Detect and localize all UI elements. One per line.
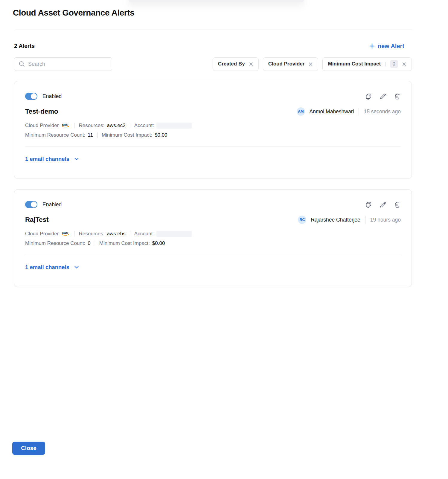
alerts-header: 2 Alerts new Alert xyxy=(14,41,412,51)
chip-separator: | xyxy=(385,61,386,67)
close-icon[interactable] xyxy=(308,62,313,66)
plus-icon xyxy=(369,43,375,49)
min-resource-count-value: 0 xyxy=(88,240,90,246)
close-icon[interactable] xyxy=(249,62,253,66)
meta-separator xyxy=(130,123,130,128)
card-divider xyxy=(25,147,401,147)
author-divider xyxy=(359,108,359,115)
filter-chip-label: Minimum Cost Impact xyxy=(328,61,381,67)
enabled-toggle-group: Enabled xyxy=(25,93,62,100)
enabled-label: Enabled xyxy=(42,93,62,100)
avatar: AM xyxy=(297,107,305,116)
edit-icon[interactable] xyxy=(380,201,386,208)
account-value-redacted xyxy=(156,123,192,129)
card-divider xyxy=(25,255,401,255)
meta-separator xyxy=(95,241,95,246)
meta-separator xyxy=(97,132,97,138)
page-title: Cloud Asset Governance Alerts xyxy=(13,8,134,18)
alert-card: Enabled Test-demo AM Anmol Maheshwari 15… xyxy=(14,81,412,179)
aws-icon: aws xyxy=(62,231,70,238)
controls-row: Created By Cloud Provider Minimum Cost I… xyxy=(14,57,412,71)
cloud-provider-label: Cloud Provider xyxy=(25,231,59,237)
resources-label: Resources: xyxy=(79,123,104,129)
updated-timestamp: 15 seconds ago xyxy=(364,109,401,115)
meta-separator xyxy=(130,231,130,237)
filter-chips: Created By Cloud Provider Minimum Cost I… xyxy=(213,57,412,71)
filter-chip-min-cost-impact[interactable]: Minimum Cost Impact | 0 xyxy=(322,57,412,71)
meta-line-thresholds: Minimum Resource Count: 11 Minimum Cost … xyxy=(25,132,401,138)
avatar: RC xyxy=(298,216,306,224)
chevron-down-icon xyxy=(74,156,79,162)
meta-separator xyxy=(74,231,74,237)
author-info: AM Anmol Maheshwari 15 seconds ago xyxy=(297,107,401,116)
filter-chip-label: Cloud Provider xyxy=(268,61,305,67)
search-box[interactable] xyxy=(14,57,112,71)
svg-text:aws: aws xyxy=(62,231,68,234)
min-cost-impact-value: $0.00 xyxy=(155,132,167,138)
min-cost-impact-value: $0.00 xyxy=(152,240,165,246)
email-channels-toggle[interactable]: 1 email channels xyxy=(25,264,79,271)
enabled-label: Enabled xyxy=(42,202,62,208)
filter-chip-label: Created By xyxy=(218,61,245,67)
email-channels-toggle[interactable]: 1 email channels xyxy=(25,156,79,162)
alert-card: Enabled RajTest RC Rajarshee Chatterjee … xyxy=(14,189,412,287)
author-info: RC Rajarshee Chatterjee 19 hours ago xyxy=(298,216,401,224)
meta-line-thresholds: Minimum Resource Count: 0 Minimum Cost I… xyxy=(25,240,401,246)
close-icon[interactable] xyxy=(402,62,406,66)
title-divider xyxy=(15,29,412,29)
card-name-row: Test-demo AM Anmol Maheshwari 15 seconds… xyxy=(25,107,401,116)
min-resource-count-label: Minimum Resource Count: xyxy=(25,240,85,246)
author-name: Rajarshee Chatterjee xyxy=(311,217,360,223)
new-alert-label: new Alert xyxy=(378,43,404,50)
close-button[interactable]: Close xyxy=(12,442,45,455)
resources-value: aws.ec2 xyxy=(107,123,125,129)
enabled-toggle[interactable] xyxy=(25,93,37,100)
min-cost-impact-label: Minimum Cost Impact: xyxy=(102,132,152,138)
edit-icon[interactable] xyxy=(380,93,386,100)
author-name: Anmol Maheshwari xyxy=(310,109,354,115)
enabled-toggle[interactable] xyxy=(25,201,37,208)
card-top-row: Enabled xyxy=(25,201,401,208)
card-name-row: RajTest RC Rajarshee Chatterjee 19 hours… xyxy=(25,216,401,224)
filter-chip-value-badge: 0 xyxy=(390,60,398,68)
alerts-count: 2 Alerts xyxy=(14,43,35,49)
email-channels-label: 1 email channels xyxy=(25,264,69,271)
min-resource-count-label: Minimum Resource Count: xyxy=(25,132,85,138)
alert-name: RajTest xyxy=(25,216,48,224)
account-label: Account: xyxy=(134,231,154,237)
search-icon xyxy=(19,61,25,67)
delete-icon[interactable] xyxy=(394,93,401,100)
delete-icon[interactable] xyxy=(394,201,401,208)
alert-name: Test-demo xyxy=(25,108,58,115)
email-channels-label: 1 email channels xyxy=(25,156,69,162)
meta-line-provider: Cloud Provider aws Resources: aws.ec2 Ac… xyxy=(25,122,401,129)
filter-chip-cloud-provider[interactable]: Cloud Provider xyxy=(263,57,319,71)
meta-line-provider: Cloud Provider aws Resources: aws.ebs Ac… xyxy=(25,230,401,237)
svg-text:aws: aws xyxy=(62,123,68,126)
duplicate-icon[interactable] xyxy=(365,201,372,208)
card-actions xyxy=(365,93,401,100)
chevron-down-icon xyxy=(74,265,79,270)
resources-label: Resources: xyxy=(79,231,104,237)
top-scroll-shadow xyxy=(129,0,304,2)
account-label: Account: xyxy=(134,123,154,129)
cloud-provider-label: Cloud Provider xyxy=(25,123,59,129)
search-input[interactable] xyxy=(28,61,108,67)
min-cost-impact-label: Minimum Cost Impact: xyxy=(99,240,150,246)
duplicate-icon[interactable] xyxy=(365,93,372,100)
author-divider xyxy=(365,216,365,224)
meta-separator xyxy=(74,123,74,128)
filter-chip-created-by[interactable]: Created By xyxy=(213,57,259,71)
min-resource-count-value: 11 xyxy=(88,132,93,138)
card-top-row: Enabled xyxy=(25,93,401,100)
enabled-toggle-group: Enabled xyxy=(25,201,62,208)
toggle-knob xyxy=(31,93,37,99)
toggle-knob xyxy=(31,202,37,208)
card-actions xyxy=(365,201,401,208)
account-value-redacted xyxy=(156,231,192,237)
new-alert-button[interactable]: new Alert xyxy=(369,43,404,50)
resources-value: aws.ebs xyxy=(107,231,125,237)
updated-timestamp: 19 hours ago xyxy=(370,217,401,223)
aws-icon: aws xyxy=(62,123,70,130)
